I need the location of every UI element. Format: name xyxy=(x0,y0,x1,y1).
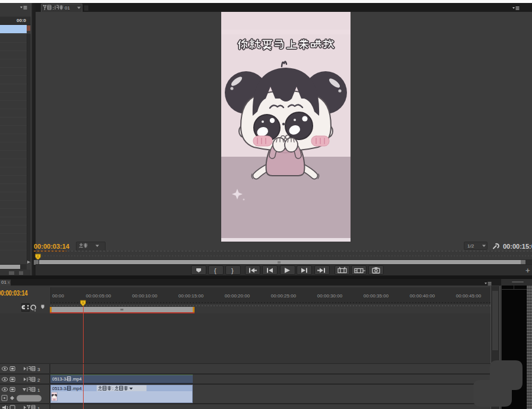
svg-text:.mp4: .mp4 xyxy=(72,386,82,391)
svg-text:}: } xyxy=(231,267,234,274)
svg-text:{: { xyxy=(214,267,216,274)
svg-text:0513-3-: 0513-3- xyxy=(52,376,68,382)
svg-text:0513-3-: 0513-3- xyxy=(52,386,68,391)
svg-text:1: 1 xyxy=(37,388,40,393)
svg-text::: : xyxy=(112,386,113,391)
svg-text:2: 2 xyxy=(37,378,40,383)
svg-text:3: 3 xyxy=(37,367,40,372)
svg-text::: : xyxy=(53,5,55,11)
svg-text:.mp4: .mp4 xyxy=(72,376,82,382)
svg-text:1: 1 xyxy=(37,406,40,409)
svg-text:01: 01 xyxy=(65,5,70,11)
